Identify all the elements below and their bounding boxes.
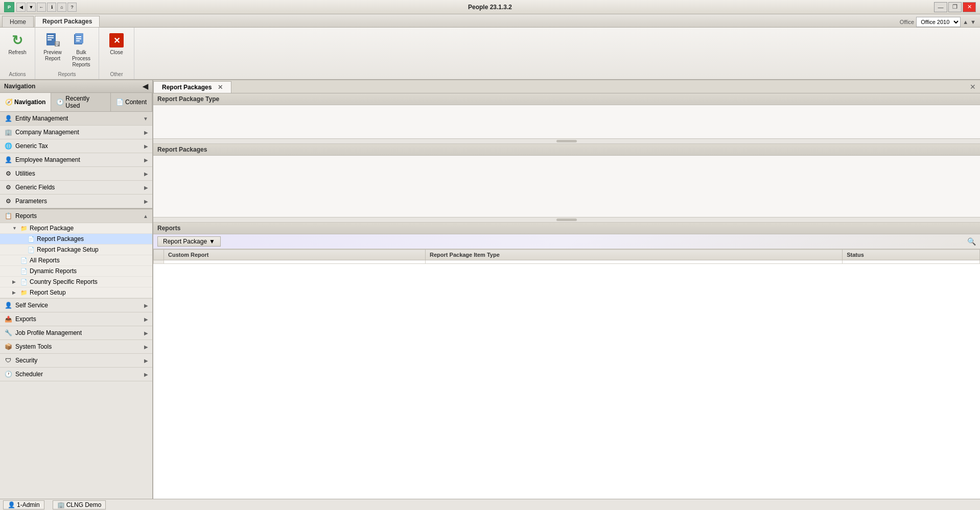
nav-item-security[interactable]: 🛡 Security ▶	[0, 354, 152, 368]
exports-chevron: ▶	[144, 317, 148, 322]
ribbon-reports-label: Reports	[58, 70, 76, 77]
tree-item-report-package[interactable]: ▼ 📁 Report Package	[0, 223, 152, 234]
status-company-icon: 🏢	[57, 501, 65, 508]
reports-table-container: Custom Report Report Package Item Type S…	[153, 249, 980, 505]
tree-label-report-packages: Report Packages	[37, 235, 84, 242]
nav-item-parameters[interactable]: ⚙ Parameters ▶	[0, 195, 152, 208]
nav-item-utilities[interactable]: ⚙ Utilities ▶	[0, 167, 152, 181]
section-report-package-type: Report Package Type	[153, 93, 980, 144]
tree-item-dynamic-reports[interactable]: 📄 Dynamic Reports	[0, 266, 152, 277]
tree-item-country-specific-reports[interactable]: ▶ 📄 Country Specific Reports	[0, 277, 152, 287]
bulk-process-button[interactable]: Bulk Process Reports	[68, 30, 95, 70]
status-user-label: 1-Admin	[17, 501, 40, 508]
search-icon-btn[interactable]: 🔍	[967, 237, 976, 246]
tree-label-all-reports: All Reports	[30, 257, 60, 264]
nav-item-company-management[interactable]: 🏢 Company Management ▶	[0, 126, 152, 139]
quick-btn-back[interactable]: ←	[37, 3, 46, 12]
employee-management-chevron: ▶	[144, 157, 148, 163]
tab-home[interactable]: Home	[2, 16, 34, 27]
row-empty-custom-report	[164, 260, 426, 264]
resize-handle-1[interactable]	[556, 140, 577, 142]
quick-btn-info[interactable]: ℹ	[47, 3, 56, 12]
nav-item-system-tools[interactable]: 📦 System Tools ▶	[0, 340, 152, 354]
nav-item-self-service[interactable]: 👤 Self Service ▶	[0, 299, 152, 312]
tree-item-report-packages[interactable]: 📄 Report Packages	[0, 234, 152, 245]
refresh-button[interactable]: ↻ Refresh	[4, 30, 31, 58]
nav-item-scheduler[interactable]: 🕐 Scheduler ▶	[0, 368, 152, 381]
company-management-chevron: ▶	[144, 130, 148, 135]
preview-report-button[interactable]: Preview Report	[39, 30, 66, 64]
nav-item-employee-management[interactable]: 👤 Employee Management ▶	[0, 153, 152, 167]
tree-item-all-reports[interactable]: 📄 All Reports	[0, 255, 152, 266]
window-controls: — ❐ ✕	[934, 2, 976, 12]
preview-report-label: Preview Report	[41, 50, 64, 62]
section-package-type-header: Report Package Type	[153, 93, 980, 105]
nav-item-generic-fields[interactable]: ⚙ Generic Fields ▶	[0, 181, 152, 195]
svg-rect-1	[48, 35, 54, 36]
report-setup-expand[interactable]: ▶	[12, 290, 18, 295]
restore-button[interactable]: ❐	[948, 2, 962, 12]
nav-collapse-btn[interactable]: ◀	[143, 82, 148, 90]
theme-selector[interactable]: Office 2010	[916, 17, 961, 27]
nav-item-generic-tax[interactable]: 🌐 Generic Tax ▶	[0, 139, 152, 153]
reports-table-body	[154, 260, 980, 264]
resize-handle-2[interactable]	[556, 218, 577, 221]
content-panel-close-btn[interactable]: ✕	[966, 80, 980, 93]
report-package-expand[interactable]: ▼	[12, 226, 18, 231]
ribbon-group-other: ✕ Close Other	[99, 28, 134, 79]
parameters-chevron: ▶	[144, 199, 148, 204]
svg-rect-10	[76, 36, 81, 37]
ribbon-reports-buttons: Preview Report Bulk Process Reports	[39, 30, 95, 70]
tree-item-report-package-setup[interactable]: 📄 Report Package Setup	[0, 245, 152, 255]
scroll-up-btn[interactable]: ▲	[963, 19, 968, 25]
scroll-down-btn[interactable]: ▼	[970, 19, 976, 25]
nav-tab-recently-used[interactable]: 🕐 Recently Used	[51, 93, 111, 111]
parameters-icon: ⚙	[4, 197, 12, 205]
report-package-dropdown-btn[interactable]: Report Package ▼	[157, 236, 221, 247]
entity-management-icon: 👤	[4, 114, 12, 123]
close-button[interactable]: ✕	[963, 2, 976, 12]
section-divider-2[interactable]	[153, 217, 980, 222]
preview-report-icon	[44, 32, 61, 48]
quick-btn-2[interactable]: ▼	[27, 3, 36, 12]
svg-rect-12	[76, 40, 80, 41]
country-specific-expand[interactable]: ▶	[12, 279, 18, 284]
status-bar: 👤 1-Admin 🏢 CLNG Demo	[0, 499, 980, 510]
close-button-ribbon[interactable]: ✕ Close	[103, 30, 130, 58]
tab-report-packages[interactable]: Report Packages	[35, 16, 100, 27]
report-packages-doc-icon: 📄	[28, 235, 35, 242]
nav-tab-navigation[interactable]: 🧭 Navigation	[0, 93, 51, 111]
app-title: People 23.1.3.2	[468, 4, 512, 11]
reports-toolbar: Report Package ▼ 🔍	[153, 234, 980, 249]
col-status: Status	[843, 250, 980, 260]
status-user[interactable]: 👤 1-Admin	[3, 500, 44, 509]
reports-tree: ▼ 📁 Report Package 📄 Report Packages 📄 R…	[0, 223, 152, 299]
quick-btn-help[interactable]: ?	[67, 3, 77, 12]
status-company[interactable]: 🏢 CLNG Demo	[53, 500, 106, 509]
nav-tab-content[interactable]: 📄 Content	[111, 93, 152, 111]
quick-btn-home[interactable]: ⌂	[57, 3, 66, 12]
nav-item-reports[interactable]: 📋 Reports ▲	[0, 208, 152, 223]
exports-label: Exports	[15, 315, 36, 323]
tree-item-report-setup[interactable]: ▶ 📁 Report Setup	[0, 287, 152, 298]
ribbon-group-reports: Preview Report Bulk Process Reports Repo…	[35, 28, 99, 79]
minimize-button[interactable]: —	[934, 2, 947, 12]
nav-item-exports[interactable]: 📤 Exports ▶	[0, 312, 152, 326]
nav-item-job-profile-management[interactable]: 🔧 Job Profile Management ▶	[0, 326, 152, 340]
refresh-label: Refresh	[8, 50, 26, 56]
content-tab-close-icon[interactable]: ✕	[218, 84, 223, 91]
section-divider-1[interactable]	[153, 138, 980, 143]
refresh-icon: ↻	[9, 32, 26, 48]
nav-item-entity-management[interactable]: 👤 Entity Management ▼	[0, 112, 152, 126]
app-icon: P	[4, 2, 14, 12]
reports-section-label: Reports	[157, 225, 180, 232]
system-tools-chevron: ▶	[144, 344, 148, 350]
content-tab-report-packages[interactable]: Report Packages ✕	[153, 81, 231, 93]
quick-btn-1[interactable]: ◀	[16, 3, 26, 12]
generic-fields-chevron: ▶	[144, 185, 148, 190]
company-management-label: Company Management	[15, 129, 79, 136]
bulk-process-icon	[73, 32, 89, 48]
bulk-process-label: Bulk Process Reports	[69, 50, 93, 68]
ribbon: ↻ Refresh Actions	[0, 28, 980, 80]
report-setup-folder-icon: 📁	[20, 289, 28, 296]
